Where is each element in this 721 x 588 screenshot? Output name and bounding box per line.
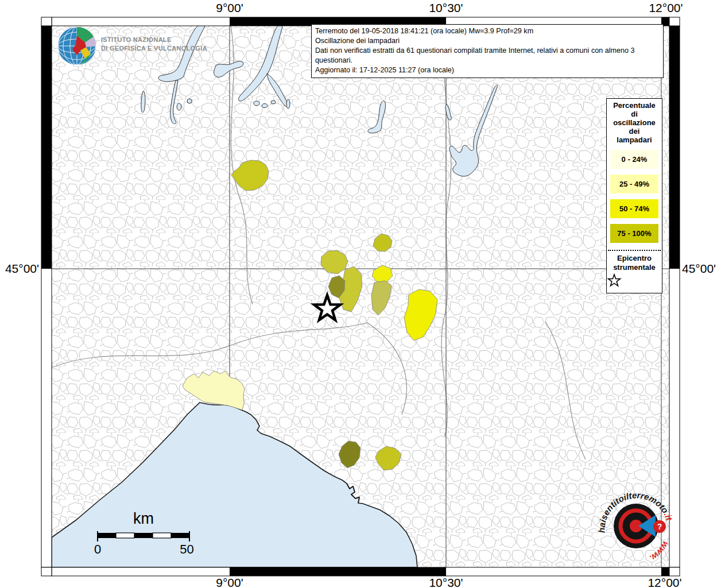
axis-bottom-9deg: 9°00' bbox=[201, 576, 258, 588]
legend-title: Percentuale di oscillazione dei lampadar… bbox=[607, 101, 662, 144]
earthquake-info-box: Terremoto del 19-05-2018 18:41:21 (ora l… bbox=[311, 24, 664, 78]
legend-class-75-100: 75 - 100% bbox=[610, 224, 658, 243]
axis-bottom-12deg: 12°00' bbox=[636, 576, 693, 588]
map-canvas: haisentitoilterremoto.it www. ? bbox=[0, 0, 721, 588]
axis-top-9deg: 9°00' bbox=[201, 1, 258, 15]
legend-title-line: oscillazione bbox=[607, 118, 662, 127]
legend-title-line: di bbox=[607, 110, 662, 118]
legend-star-icon bbox=[607, 273, 622, 287]
legend-title-line: dei bbox=[607, 127, 662, 136]
scale-unit-label: km bbox=[103, 510, 184, 528]
legend-epicenter-line: Epicentro bbox=[607, 254, 662, 263]
legend-title-line: lampadari bbox=[607, 136, 662, 144]
ingv-globe-icon bbox=[58, 27, 96, 65]
logo-question-mark: ? bbox=[657, 522, 662, 531]
ingv-name-line2: DI GEOFISICA E VULCANOLOGIA bbox=[101, 44, 207, 53]
axis-top-12deg: 12°00' bbox=[637, 1, 695, 15]
legend-title-line: Percentuale bbox=[607, 101, 662, 110]
scale-end-label: 50 bbox=[174, 542, 200, 557]
legend-class-50-74: 50 - 74% bbox=[610, 199, 658, 218]
legend: Percentuale di oscillazione dei lampadar… bbox=[606, 98, 662, 293]
axis-bottom-10deg30: 10°30' bbox=[417, 576, 475, 588]
info-line-event: Terremoto del 19-05-2018 18:41:21 (ora l… bbox=[315, 26, 660, 36]
legend-class-25-49: 25 - 49% bbox=[610, 175, 658, 194]
map-page: haisentitoilterremoto.it www. ? 9°00' 10… bbox=[0, 0, 721, 588]
ingv-name-line1: ISTITUTO NAZIONALE bbox=[101, 36, 207, 44]
axis-right-45deg: 45°00' bbox=[682, 262, 721, 276]
axis-top-10deg30: 10°30' bbox=[417, 1, 475, 15]
legend-epicenter-label: Epicentro strumentale bbox=[607, 254, 662, 272]
scale-start-label: 0 bbox=[86, 542, 109, 557]
info-line-updated: Aggiornato il: 17-12-2025 11:27 (ora loc… bbox=[315, 65, 660, 75]
legend-class-0-24: 0 - 24% bbox=[610, 150, 658, 169]
axis-left-45deg: 45°00' bbox=[0, 262, 39, 276]
info-line-map-type: Oscillazione dei lampadari bbox=[315, 36, 660, 46]
legend-divider bbox=[608, 250, 661, 251]
info-line-data-note: Dati non verificati estratti da 61 quest… bbox=[315, 46, 660, 65]
legend-epicenter-line: strumentale bbox=[607, 263, 662, 272]
ingv-logo-text: ISTITUTO NAZIONALE DI GEOFISICA E VULCAN… bbox=[101, 36, 207, 53]
